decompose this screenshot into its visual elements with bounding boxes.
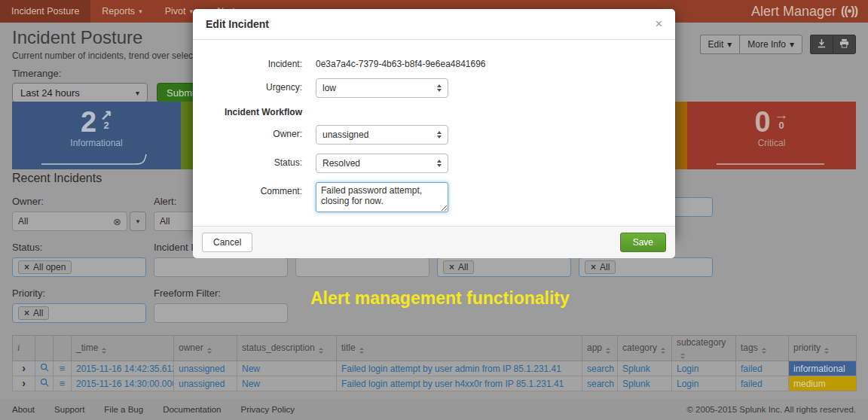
cell-category[interactable]: Splunk bbox=[622, 364, 650, 374]
col-header-status[interactable]: status_description bbox=[237, 336, 337, 361]
footer-link-documentation[interactable]: Documentation bbox=[163, 405, 221, 414]
sort-icon bbox=[680, 353, 685, 359]
urgency-select[interactable]: low bbox=[316, 78, 448, 98]
trend-value: 0 bbox=[778, 120, 784, 130]
filter-chip[interactable]: × All bbox=[443, 260, 474, 274]
more-info-button[interactable]: More Info ▾ bbox=[739, 35, 802, 54]
cell-status[interactable]: New bbox=[242, 379, 260, 389]
impact-multiselect[interactable]: × All bbox=[437, 257, 571, 277]
trend-up-icon: ↗ bbox=[100, 109, 112, 120]
nav-item-incident-posture[interactable]: Incident Posture bbox=[0, 0, 90, 23]
chevron-down-icon: ▾ bbox=[790, 39, 794, 50]
owner-filter-combo[interactable]: All ⊗ bbox=[12, 212, 127, 231]
urgency-multiselect[interactable]: × All bbox=[579, 257, 713, 277]
filter-freeform: Freeform Filter: bbox=[154, 288, 288, 323]
remove-icon[interactable]: × bbox=[24, 262, 29, 272]
urgency-select-value: low bbox=[322, 83, 336, 93]
footer-link-privacy-policy[interactable]: Privacy Policy bbox=[240, 405, 295, 414]
sort-icon bbox=[207, 348, 212, 354]
nav-item-reports[interactable]: Reports ▾ bbox=[90, 0, 153, 23]
export-button[interactable] bbox=[810, 35, 833, 54]
status-label: Status: bbox=[208, 154, 302, 168]
cell-owner[interactable]: unassigned bbox=[179, 364, 225, 374]
cell-app[interactable]: search bbox=[587, 364, 614, 374]
filter-chip[interactable]: × All open bbox=[18, 260, 72, 274]
copyright-text: © 2005-2015 Splunk Inc. All rights reser… bbox=[686, 405, 856, 414]
search-icon[interactable] bbox=[40, 363, 49, 372]
col-header-index[interactable]: i bbox=[13, 336, 35, 361]
cell-title[interactable]: Failed login attempt by user admin from … bbox=[341, 364, 561, 374]
cell-subcategory[interactable]: Login bbox=[677, 364, 698, 374]
expand-row-icon[interactable]: › bbox=[22, 362, 26, 374]
comment-textarea[interactable]: Failed password attempt, closing for now… bbox=[316, 182, 448, 212]
chevron-down-icon: ▾ bbox=[136, 218, 140, 225]
modal-footer: Cancel Save bbox=[193, 226, 675, 258]
chip-label: All bbox=[600, 262, 610, 272]
status-multiselect[interactable]: × All open bbox=[12, 257, 146, 277]
col-header-time[interactable]: _time bbox=[72, 336, 174, 361]
cell-time[interactable]: 2015-11-16 14:42:35.612 bbox=[76, 364, 174, 374]
remove-icon[interactable]: × bbox=[24, 308, 29, 318]
col-header-category[interactable]: category bbox=[618, 336, 672, 361]
footer-link-about[interactable]: About bbox=[12, 405, 35, 414]
freeform-filter-input[interactable] bbox=[154, 303, 288, 323]
owner-select[interactable]: unassigned bbox=[316, 125, 448, 145]
footer-link-support[interactable]: Support bbox=[54, 405, 84, 414]
cell-app[interactable]: search bbox=[587, 379, 614, 389]
status-select-value: Resolved bbox=[322, 158, 360, 169]
chip-label: All bbox=[33, 308, 43, 318]
modal-title: Edit Incident bbox=[206, 18, 269, 30]
remove-icon[interactable]: × bbox=[449, 262, 454, 272]
save-button[interactable]: Save bbox=[620, 233, 666, 252]
cell-tags[interactable]: failed bbox=[741, 379, 763, 389]
details-list-icon[interactable]: ≡ bbox=[60, 378, 66, 389]
cell-owner[interactable]: unassigned bbox=[179, 379, 225, 389]
col-header-blank bbox=[35, 336, 53, 361]
cell-category[interactable]: Splunk bbox=[622, 379, 650, 389]
close-icon[interactable]: × bbox=[656, 19, 662, 29]
chevron-down-icon: ▾ bbox=[136, 89, 139, 97]
cell-time[interactable]: 2015-11-16 14:30:00.000 bbox=[76, 379, 174, 389]
remove-icon[interactable]: × bbox=[591, 262, 596, 272]
expand-row-icon[interactable]: › bbox=[22, 377, 26, 389]
title-input[interactable] bbox=[295, 257, 429, 277]
col-header-priority[interactable]: priority bbox=[789, 336, 857, 361]
col-header-app[interactable]: app bbox=[582, 336, 618, 361]
tile-informational[interactable]: 2 ↗ 2 Informational bbox=[12, 102, 181, 169]
tile-critical[interactable]: 0 → 0 Critical bbox=[687, 102, 856, 169]
radio-wave-icon: ((•)) bbox=[841, 5, 857, 18]
cell-status[interactable]: New bbox=[242, 364, 260, 374]
col-header-subcategory[interactable]: subcategory bbox=[672, 336, 736, 361]
cell-subcategory[interactable]: Login bbox=[677, 379, 698, 389]
sort-icon bbox=[824, 348, 829, 354]
footer-bar: About Support File a Bug Documentation P… bbox=[0, 399, 868, 420]
owner-dropdown-button[interactable]: ▾ bbox=[130, 212, 146, 231]
filter-chip[interactable]: × All bbox=[18, 306, 49, 320]
filter-chip[interactable]: × All bbox=[585, 260, 616, 274]
timerange-select[interactable]: Last 24 hours ▾ bbox=[12, 83, 148, 102]
priority-multiselect[interactable]: × All bbox=[12, 303, 146, 323]
print-button[interactable] bbox=[833, 35, 856, 54]
cancel-button[interactable]: Cancel bbox=[202, 233, 252, 252]
edit-button[interactable]: Edit ▾ bbox=[700, 35, 740, 54]
incident-id-input[interactable] bbox=[154, 257, 288, 277]
incident-id-value: 0e3a7a4c-7379-4b63-b8f4-9e6ea4841696 bbox=[316, 55, 486, 69]
search-icon[interactable] bbox=[40, 378, 49, 387]
chip-label: All bbox=[458, 262, 468, 272]
col-header-title[interactable]: title bbox=[337, 336, 582, 361]
clear-icon[interactable]: ⊗ bbox=[113, 216, 121, 227]
col-header-tags[interactable]: tags bbox=[736, 336, 789, 361]
nav-item-label: Reports bbox=[102, 6, 135, 17]
sparkline bbox=[40, 153, 153, 166]
cell-tags[interactable]: failed bbox=[741, 364, 763, 374]
details-list-icon[interactable]: ≡ bbox=[60, 363, 66, 374]
modal-header: Edit Incident × bbox=[193, 9, 675, 40]
cell-title[interactable]: Failed login attempt by user h4xx0r from… bbox=[341, 379, 564, 389]
cell-priority: informational bbox=[789, 361, 857, 376]
col-header-owner[interactable]: owner bbox=[174, 336, 237, 361]
tile-value: 0 bbox=[754, 108, 770, 136]
footer-link-file-a-bug[interactable]: File a Bug bbox=[104, 405, 143, 414]
sort-icon bbox=[762, 348, 766, 354]
status-select[interactable]: Resolved bbox=[316, 154, 448, 173]
combo-value: All bbox=[18, 216, 28, 227]
